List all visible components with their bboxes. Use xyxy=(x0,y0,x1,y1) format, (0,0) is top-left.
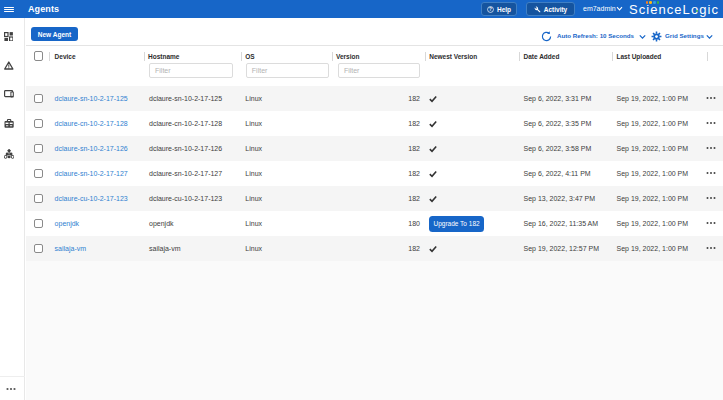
svg-text:?: ? xyxy=(489,7,492,12)
